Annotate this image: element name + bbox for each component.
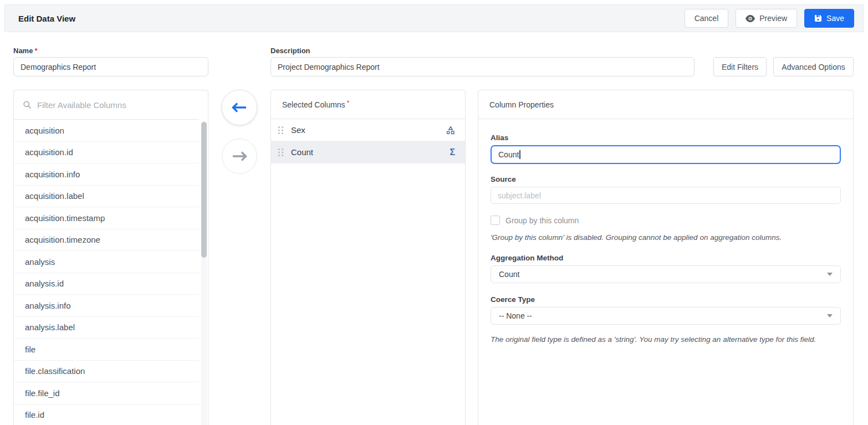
- top-bar: Edit Data View Cancel Preview Save: [4, 4, 864, 32]
- filter-columns-search: [14, 90, 208, 119]
- move-right-button[interactable]: [222, 139, 257, 174]
- chevron-down-icon: [827, 273, 833, 276]
- available-column-item[interactable]: acquisition.timezone: [14, 229, 199, 252]
- available-column-item[interactable]: file.file_id: [14, 382, 199, 404]
- sigma-icon: Σ: [450, 147, 455, 157]
- selected-column-label: Sex: [291, 125, 305, 135]
- edit-filters-button[interactable]: Edit Filters: [713, 57, 767, 76]
- aggregation-method-value: Count: [499, 270, 519, 279]
- available-column-label: file.id: [25, 410, 44, 419]
- available-column-label: analysis: [25, 257, 55, 267]
- advanced-options-label: Advanced Options: [782, 63, 845, 71]
- save-button-label: Save: [826, 14, 844, 23]
- chevron-down-icon: [827, 314, 833, 318]
- save-floppy-icon: [814, 14, 822, 22]
- available-column-label: acquisition.timestamp: [25, 213, 105, 223]
- selected-column-label: Count: [291, 147, 313, 157]
- available-column-item[interactable]: file.classification: [14, 361, 199, 383]
- name-required-mark: *: [34, 47, 37, 55]
- group-by-disabled-note: 'Group by this column' is disabled. Grou…: [491, 233, 841, 242]
- preview-button-label: Preview: [759, 14, 787, 23]
- coerce-type-value: -- None --: [499, 311, 532, 320]
- search-icon: [23, 100, 32, 109]
- cancel-button-label: Cancel: [695, 14, 719, 23]
- available-column-label: analysis.label: [25, 322, 75, 332]
- column-properties-body: Alias Count Source subject.label Group b…: [491, 119, 841, 344]
- available-column-label: file.classification: [25, 366, 85, 376]
- available-column-item[interactable]: file.id: [14, 404, 199, 425]
- column-properties-title: Column Properties: [489, 100, 554, 109]
- alias-label: Alias: [491, 134, 841, 142]
- coerce-type-note: The original field type is defined as a …: [491, 335, 841, 344]
- group-by-checkbox-label: Group by this column: [506, 216, 579, 225]
- drag-handle-icon[interactable]: [278, 148, 284, 157]
- scrollbar-thumb[interactable]: [201, 122, 207, 258]
- selected-columns-panel: Selected Columns* Sex Count Σ: [270, 90, 466, 425]
- save-button[interactable]: Save: [804, 9, 854, 28]
- available-column-label: acquisition.label: [25, 191, 84, 201]
- group-by-icon: [446, 126, 455, 135]
- drag-handle-icon[interactable]: [278, 126, 284, 135]
- selected-columns-list: Sex Count Σ: [271, 119, 465, 163]
- available-column-label: acquisition.id: [25, 147, 73, 157]
- selected-columns-header: Selected Columns*: [271, 90, 465, 119]
- available-columns-list: acquisition acquisition.id acquisition.i…: [14, 119, 199, 425]
- selected-columns-title: Selected Columns: [282, 100, 345, 109]
- advanced-options-button[interactable]: Advanced Options: [773, 57, 854, 76]
- aggregation-method-select[interactable]: Count: [491, 265, 841, 283]
- selected-columns-required-mark: *: [347, 99, 350, 107]
- available-column-item[interactable]: acquisition.info: [14, 163, 199, 186]
- available-column-item[interactable]: file: [14, 339, 199, 361]
- preview-button[interactable]: Preview: [736, 9, 797, 28]
- eye-icon: [746, 15, 755, 22]
- group-by-checkbox[interactable]: [491, 216, 500, 225]
- source-value: subject.label: [498, 191, 541, 200]
- name-label: Name*: [13, 47, 37, 55]
- coerce-type-select[interactable]: -- None --: [491, 307, 841, 325]
- available-column-label: acquisition.info: [25, 170, 80, 179]
- description-label-text: Description: [270, 47, 310, 55]
- scrollbar-track: [201, 121, 207, 425]
- selected-column-row[interactable]: Count Σ: [271, 141, 465, 163]
- alias-input[interactable]: Count: [491, 145, 841, 164]
- available-column-label: analysis.id: [25, 279, 64, 288]
- available-column-item[interactable]: acquisition.timestamp: [14, 207, 199, 229]
- top-bar-actions: Cancel Preview Save: [685, 9, 854, 28]
- available-column-label: file: [25, 345, 35, 354]
- alias-value: Count: [498, 150, 519, 159]
- name-input[interactable]: [13, 57, 208, 76]
- column-properties-header: Column Properties: [478, 90, 853, 119]
- description-label: Description: [270, 47, 310, 55]
- edit-filters-label: Edit Filters: [722, 63, 758, 71]
- arrow-right-icon: [232, 151, 247, 161]
- available-column-item[interactable]: acquisition.label: [14, 186, 199, 208]
- cancel-button[interactable]: Cancel: [685, 9, 729, 28]
- arrow-left-icon: [232, 103, 247, 112]
- available-column-label: acquisition: [25, 126, 64, 135]
- available-column-item[interactable]: analysis.label: [14, 317, 199, 339]
- available-column-item[interactable]: analysis.id: [14, 273, 199, 295]
- text-cursor: [519, 150, 520, 159]
- page-title: Edit Data View: [18, 14, 75, 23]
- coerce-type-label: Coerce Type: [491, 295, 841, 304]
- available-column-item[interactable]: acquisition: [14, 120, 199, 142]
- move-left-button[interactable]: [222, 90, 257, 125]
- available-column-label: analysis.info: [25, 301, 71, 310]
- available-column-label: file.file_id: [25, 388, 60, 398]
- aggregation-method-label: Aggregation Method: [491, 254, 841, 262]
- filter-columns-input[interactable]: [37, 100, 199, 110]
- group-by-checkbox-row: Group by this column: [491, 216, 841, 225]
- column-properties-panel: Column Properties Alias Count Source sub…: [478, 90, 854, 425]
- available-column-item[interactable]: acquisition.id: [14, 142, 199, 164]
- name-label-text: Name: [13, 47, 33, 55]
- selected-column-row[interactable]: Sex: [271, 119, 465, 141]
- source-input: subject.label: [491, 187, 841, 204]
- available-columns-panel: acquisition acquisition.id acquisition.i…: [13, 90, 208, 425]
- available-column-item[interactable]: analysis.info: [14, 295, 199, 317]
- source-label: Source: [491, 175, 841, 183]
- available-column-label: acquisition.timezone: [25, 235, 100, 244]
- available-column-item[interactable]: analysis: [14, 251, 199, 273]
- description-input[interactable]: [270, 57, 695, 76]
